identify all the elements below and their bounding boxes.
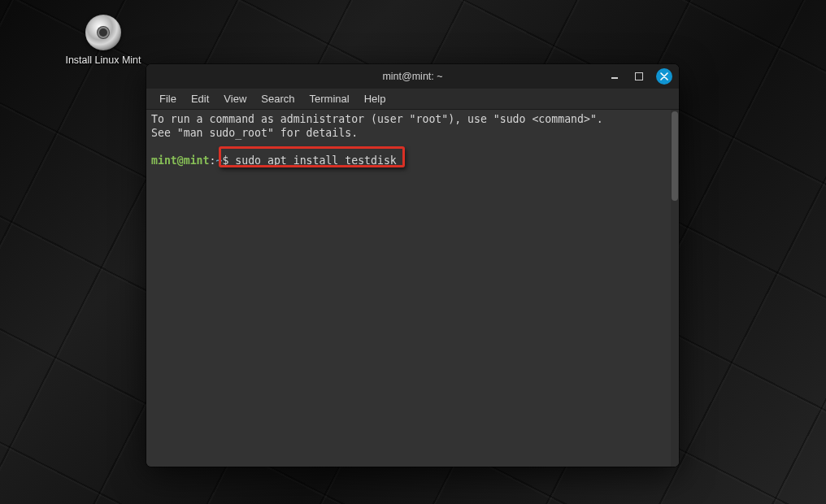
- menu-terminal[interactable]: Terminal: [303, 90, 356, 107]
- terminal-body[interactable]: To run a command as administrator (user …: [146, 110, 679, 467]
- install-linux-mint-launcher[interactable]: Install Linux Mint: [59, 15, 148, 67]
- window-titlebar[interactable]: mint@mint: ~: [146, 64, 679, 89]
- terminal-window: mint@mint: ~ File Edit View Search Termi…: [146, 64, 679, 467]
- terminal-scrollbar[interactable]: [671, 110, 679, 467]
- terminal-output-line: To run a command as administrator (user …: [151, 113, 674, 127]
- close-icon: [660, 72, 668, 80]
- terminal-output-line: See "man sudo_root" for details.: [151, 127, 674, 141]
- window-title: mint@mint: ~: [382, 71, 442, 82]
- menu-file[interactable]: File: [153, 90, 183, 107]
- prompt-symbol: $: [222, 154, 235, 167]
- menubar: File Edit View Search Terminal Help: [146, 89, 679, 110]
- menu-edit[interactable]: Edit: [185, 90, 215, 107]
- terminal-prompt-line: mint@mint:~$ sudo apt install testdisk: [151, 154, 674, 168]
- window-controls: [607, 64, 672, 89]
- desktop-icon-label: Install Linux Mint: [59, 54, 148, 67]
- prompt-host: mint: [184, 154, 210, 167]
- close-button[interactable]: [656, 68, 672, 85]
- menu-help[interactable]: Help: [358, 90, 393, 107]
- menu-view[interactable]: View: [217, 90, 253, 107]
- menu-search[interactable]: Search: [254, 90, 301, 107]
- disc-icon: [85, 15, 121, 50]
- minimize-button[interactable]: [607, 69, 622, 84]
- maximize-button[interactable]: [632, 69, 646, 84]
- terminal-command: sudo apt install testdisk: [235, 154, 397, 167]
- prompt-user: mint: [151, 154, 177, 167]
- prompt-at: @: [177, 154, 184, 167]
- terminal-blank-line: [151, 141, 674, 154]
